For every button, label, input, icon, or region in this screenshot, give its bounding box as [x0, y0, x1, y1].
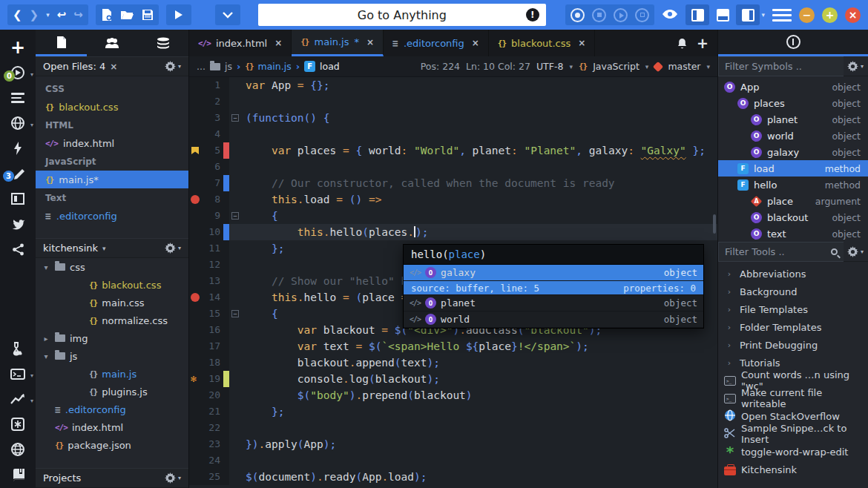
- project-tree-item[interactable]: ≡.editorconfig: [36, 400, 188, 418]
- terminal-icon[interactable]: ▾: [3, 362, 33, 386]
- lightning-icon[interactable]: [3, 136, 33, 160]
- tab-close-icon[interactable]: ×: [578, 38, 585, 48]
- undo-button[interactable]: ↩: [57, 8, 67, 22]
- save-button[interactable]: [142, 9, 154, 21]
- toolbar-collapse-button[interactable]: [215, 4, 240, 25]
- encoding-dropdown-icon[interactable]: ▾: [569, 63, 573, 70]
- tool-item[interactable]: Sample Snippe…ck to Insert: [718, 425, 868, 443]
- new-tab-icon[interactable]: +: [697, 35, 708, 51]
- code-line[interactable]: 23}).apply(App);: [189, 436, 717, 452]
- macro-record-icon[interactable]: [571, 8, 585, 22]
- tab-databases[interactable]: [137, 30, 188, 56]
- gutter-marker-column[interactable]: [189, 240, 201, 257]
- symbol-item[interactable]: Oworldobject: [718, 128, 868, 144]
- gutter-marker-column[interactable]: [189, 191, 201, 208]
- toggle-bottom-panel-button[interactable]: [711, 4, 734, 25]
- open-file-button[interactable]: [120, 10, 134, 21]
- symbol-item[interactable]: Otextobject: [718, 225, 868, 242]
- gutter-marker-column[interactable]: [189, 387, 201, 403]
- code-line[interactable]: 6: [189, 159, 717, 175]
- fold-toggle-icon[interactable]: −: [231, 310, 239, 317]
- macro-play-icon[interactable]: [614, 8, 628, 22]
- expand-chevron-icon[interactable]: ›: [724, 323, 734, 332]
- code-line[interactable]: 4: [189, 126, 717, 142]
- project-tree-item[interactable]: ▾js: [36, 347, 188, 365]
- run-button[interactable]: [166, 4, 191, 25]
- project-tree-item[interactable]: </>index.html: [36, 418, 188, 436]
- web-globe-icon[interactable]: [3, 438, 33, 461]
- macro-save-icon[interactable]: [635, 8, 649, 22]
- tool-item[interactable]: ›File Templates: [718, 300, 868, 318]
- open-file-item[interactable]: </>index.html: [36, 134, 188, 152]
- toggle-left-panel-button[interactable]: [685, 4, 709, 25]
- gutter-marker-column[interactable]: [189, 77, 201, 93]
- new-file-button[interactable]: [101, 8, 113, 22]
- gutter-marker-column[interactable]: [189, 159, 201, 175]
- gutter-marker-column[interactable]: [189, 355, 201, 371]
- code-line[interactable]: 3−(function() {: [189, 110, 717, 126]
- tree-chevron-icon[interactable]: ▾: [42, 263, 50, 271]
- toggle-right-panel-button[interactable]: [736, 4, 760, 25]
- browser-preview-icon[interactable]: ▾: [3, 111, 33, 135]
- tab-close-icon[interactable]: ×: [472, 38, 479, 48]
- gutter-marker-column[interactable]: [189, 338, 201, 355]
- symbols-gear-icon[interactable]: ▾: [847, 61, 864, 72]
- open-file-item[interactable]: {}blackout.css: [36, 98, 188, 116]
- breadcrumb-symbol[interactable]: load: [320, 61, 340, 72]
- tree-chevron-icon[interactable]: ▸: [42, 334, 50, 343]
- project-title[interactable]: kitchensink: [43, 243, 98, 254]
- macro-stop-icon[interactable]: [592, 8, 606, 22]
- project-gear-icon[interactable]: ▾: [165, 243, 181, 254]
- symbol-item[interactable]: Fhellomethod: [718, 177, 868, 193]
- preview-eye-icon[interactable]: [662, 8, 678, 22]
- fold-column[interactable]: −: [229, 208, 241, 224]
- gutter-marker-column[interactable]: [189, 208, 201, 224]
- open-files-list-icon[interactable]: [3, 86, 33, 110]
- expand-chevron-icon[interactable]: ›: [724, 358, 734, 368]
- code-line[interactable]: 21 };: [189, 403, 717, 420]
- project-tree-item[interactable]: ▸img: [36, 329, 188, 347]
- project-dropdown-icon[interactable]: ▾: [102, 245, 106, 252]
- gutter-marker-column[interactable]: [189, 289, 201, 306]
- code-line[interactable]: 2: [189, 93, 717, 110]
- code-line[interactable]: 18 blackout.append(text);: [189, 355, 717, 371]
- code-line[interactable]: 5 var places = { world: "World", planet:…: [189, 142, 717, 159]
- filter-symbols-input[interactable]: Filter Symbols ..: [718, 56, 844, 76]
- gutter-marker-column[interactable]: [189, 257, 201, 273]
- status-encoding[interactable]: UTF-8: [536, 61, 563, 72]
- code-line[interactable]: 7 // Our constructor, called when the do…: [189, 175, 717, 191]
- editor-scrollbar[interactable]: [713, 214, 716, 234]
- gutter-marker-column[interactable]: [189, 175, 201, 191]
- code-line[interactable]: 8 this.load = () =>: [189, 191, 717, 208]
- annotations-icon[interactable]: 3: [3, 162, 33, 185]
- code-line[interactable]: 9− {: [189, 208, 717, 224]
- code-line[interactable]: 24: [189, 452, 717, 469]
- tool-item[interactable]: *toggle-word-wrap-edit: [718, 443, 868, 461]
- gutter-marker-column[interactable]: [189, 110, 201, 126]
- go-to-anything-search[interactable]: !: [258, 4, 546, 26]
- breakpoint-marker-icon[interactable]: [191, 293, 200, 302]
- tab-list-bell-icon[interactable]: [677, 38, 688, 49]
- open-files-close-icon[interactable]: ×: [110, 62, 117, 72]
- language-dropdown-icon[interactable]: ▾: [645, 63, 649, 70]
- add-icon[interactable]: +: [3, 36, 33, 59]
- tab-close-icon[interactable]: ×: [274, 38, 282, 48]
- gutter-marker-column[interactable]: [189, 273, 201, 289]
- symbol-item[interactable]: Oplacesobject: [718, 95, 868, 111]
- tools-gear-icon[interactable]: ▾: [847, 246, 864, 257]
- redo-button[interactable]: ↪: [73, 8, 83, 22]
- fold-toggle-icon[interactable]: −: [231, 114, 239, 122]
- breakpoint-marker-icon[interactable]: [191, 195, 200, 204]
- project-tree-item[interactable]: {}blackout.css: [36, 276, 188, 294]
- tool-item[interactable]: Kitchensink: [718, 461, 868, 478]
- editor-tab-main-js[interactable]: {}main.js*×: [292, 30, 384, 56]
- fold-column[interactable]: −: [229, 306, 241, 322]
- tool-item[interactable]: ›Folder Templates: [718, 318, 868, 336]
- history-dropdown-icon[interactable]: ▾: [46, 11, 50, 19]
- gutter-marker-column[interactable]: ✻: [189, 371, 201, 387]
- symbol-item[interactable]: Oblackoutobject: [718, 209, 868, 225]
- code-editor[interactable]: 1var App = {};23−(function() {45 var pla…: [189, 77, 717, 488]
- editor-tab-index-html[interactable]: </>index.html×: [189, 30, 292, 56]
- editor-tab-blackout-css[interactable]: {}blackout.css×: [489, 30, 595, 56]
- tree-chevron-icon[interactable]: ▾: [42, 352, 50, 360]
